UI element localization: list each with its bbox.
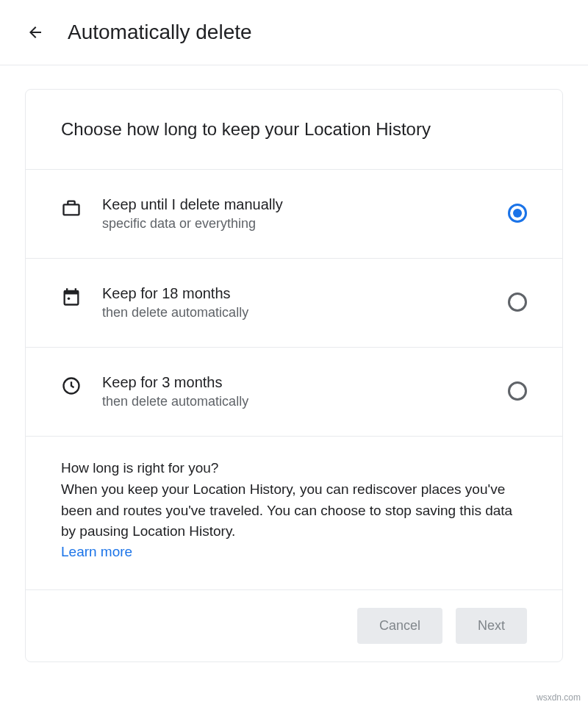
svg-point-1: [68, 298, 71, 301]
option-keep-3-months[interactable]: Keep for 3 months then delete automatica…: [26, 348, 562, 437]
option-title: Keep for 3 months: [102, 374, 508, 391]
next-button[interactable]: Next: [456, 608, 527, 644]
info-text: When you keep your Location History, you…: [61, 479, 527, 542]
option-text: Keep for 18 months then delete automatic…: [102, 285, 508, 320]
option-subtitle: then delete automatically: [102, 394, 508, 409]
radio-button[interactable]: [508, 293, 527, 312]
back-button[interactable]: [21, 18, 50, 47]
info-title: How long is right for you?: [61, 460, 527, 476]
option-title: Keep for 18 months: [102, 285, 508, 302]
dialog-footer: Cancel Next: [26, 589, 562, 661]
cancel-button[interactable]: Cancel: [357, 608, 442, 644]
card-title: Choose how long to keep your Location Hi…: [61, 119, 527, 140]
clock-icon: [61, 376, 82, 396]
option-text: Keep until I delete manually specific da…: [102, 196, 508, 232]
radio-button[interactable]: [508, 381, 527, 401]
page-header: Automatically delete: [0, 0, 588, 65]
learn-more-link[interactable]: Learn more: [61, 544, 132, 560]
page-title: Automatically delete: [68, 21, 252, 44]
card-header: Choose how long to keep your Location Hi…: [26, 90, 562, 170]
radio-button[interactable]: [508, 204, 527, 223]
info-section: How long is right for you? When you keep…: [26, 437, 562, 589]
arrow-left-icon: [26, 24, 44, 41]
calendar-icon: [61, 287, 82, 307]
briefcase-icon: [61, 198, 82, 218]
option-text: Keep for 3 months then delete automatica…: [102, 374, 508, 409]
option-title: Keep until I delete manually: [102, 196, 508, 213]
option-subtitle: specific data or everything: [102, 216, 508, 232]
svg-rect-0: [64, 204, 79, 215]
settings-card: Choose how long to keep your Location Hi…: [25, 89, 563, 662]
option-subtitle: then delete automatically: [102, 305, 508, 320]
option-keep-manual[interactable]: Keep until I delete manually specific da…: [26, 170, 562, 259]
option-keep-18-months[interactable]: Keep for 18 months then delete automatic…: [26, 259, 562, 348]
watermark: wsxdn.com: [537, 692, 581, 703]
